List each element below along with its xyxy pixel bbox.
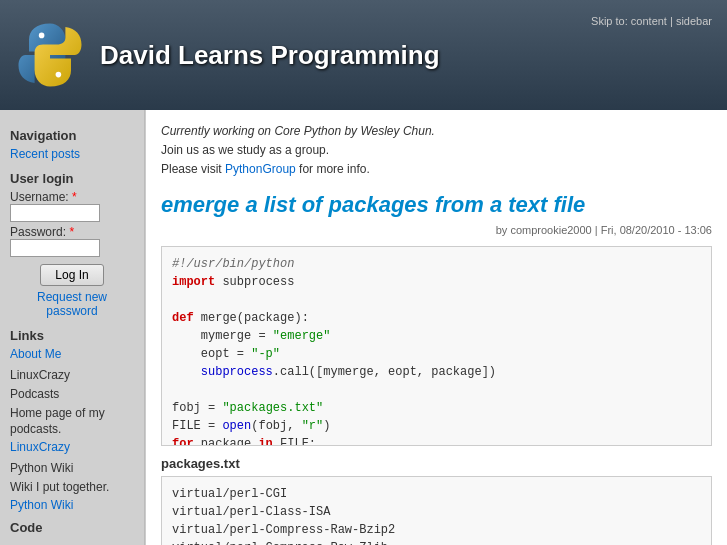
code-line-blank-2 — [172, 381, 701, 399]
code-line-8: FILE = open(fobj, "r") — [172, 417, 701, 435]
intro-line1: Currently working on Core Python by Wesl… — [161, 124, 435, 138]
post-meta: by comprookie2000 | Fri, 08/20/2010 - 13… — [161, 224, 712, 236]
code-line-9: for package in FILE: — [172, 435, 701, 446]
skip-to-label: Skip to: — [591, 15, 628, 27]
site-title: David Learns Programming — [100, 40, 440, 71]
password-label: Password: * — [10, 225, 134, 239]
username-input[interactable] — [10, 204, 100, 222]
code-block[interactable]: #!/usr/bin/python import subprocess def … — [161, 246, 712, 446]
code-line-2: import subprocess — [172, 273, 701, 291]
intro-block: Currently working on Core Python by Wesl… — [161, 122, 712, 180]
linuxcrazy-label: LinuxCrazy — [10, 367, 134, 384]
podcasts-label: Podcasts — [10, 386, 134, 403]
post-title: emerge a list of packages from a text fi… — [161, 192, 712, 218]
intro-line3-before: Please visit — [161, 162, 225, 176]
pkg-line-3: virtual/perl-Compress-Raw-Bzip2 — [172, 521, 701, 539]
header-left: David Learns Programming — [15, 20, 440, 90]
recent-posts-link[interactable]: Recent posts — [10, 147, 134, 161]
code-line-3: def merge(package): — [172, 309, 701, 327]
navigation-title: Navigation — [10, 128, 134, 143]
intro-line3-after: for more info. — [296, 162, 370, 176]
username-required-star: * — [72, 190, 77, 204]
code-title: Code — [10, 520, 134, 535]
links-title: Links — [10, 328, 134, 343]
pkg-line-4: virtual/perl-Compress-Raw-Zlib — [172, 539, 701, 545]
request-password-link[interactable]: Request new password — [10, 290, 134, 318]
packages-label: packages.txt — [161, 456, 712, 471]
login-button[interactable]: Log In — [40, 264, 103, 286]
wiki-text: Wiki I put together. — [10, 479, 134, 496]
password-required-star: * — [69, 225, 74, 239]
python-wiki-label: Python Wiki — [10, 460, 134, 477]
username-label: Username: * — [10, 190, 134, 204]
pkg-line-1: virtual/perl-CGI — [172, 485, 701, 503]
svg-point-1 — [56, 72, 62, 78]
packages-block[interactable]: virtual/perl-CGI virtual/perl-Class-ISA … — [161, 476, 712, 545]
code-line-5: eopt = "-p" — [172, 345, 701, 363]
intro-line2: Join us as we study as a group. — [161, 143, 329, 157]
svg-point-0 — [39, 33, 45, 39]
skip-sidebar-link[interactable]: sidebar — [676, 15, 712, 27]
header: David Learns Programming Skip to: conten… — [0, 0, 727, 110]
python-group-link[interactable]: PythonGroup — [225, 162, 296, 176]
content-wrapper: Navigation Recent posts User login Usern… — [0, 110, 727, 545]
home-page-text: Home page of my podcasts. — [10, 405, 134, 439]
python-wiki-link[interactable]: Python Wiki — [10, 498, 134, 512]
code-line-7: fobj = "packages.txt" — [172, 399, 701, 417]
python-logo-icon — [15, 20, 85, 90]
about-me-link[interactable]: About Me — [10, 347, 134, 361]
linuxcrazy-link[interactable]: LinuxCrazy — [10, 440, 134, 454]
code-line-6: subprocess.call([mymerge, eopt, package]… — [172, 363, 701, 381]
main-content: Currently working on Core Python by Wesl… — [145, 110, 727, 545]
user-login-title: User login — [10, 171, 134, 186]
pkg-line-2: virtual/perl-Class-ISA — [172, 503, 701, 521]
code-line-blank-1 — [172, 291, 701, 309]
code-line-1: #!/usr/bin/python — [172, 255, 701, 273]
password-input[interactable] — [10, 239, 100, 257]
code-line-4: mymerge = "emerge" — [172, 327, 701, 345]
sidebar: Navigation Recent posts User login Usern… — [0, 110, 145, 545]
skip-links: Skip to: content | sidebar — [591, 15, 712, 27]
skip-content-link[interactable]: content — [631, 15, 667, 27]
